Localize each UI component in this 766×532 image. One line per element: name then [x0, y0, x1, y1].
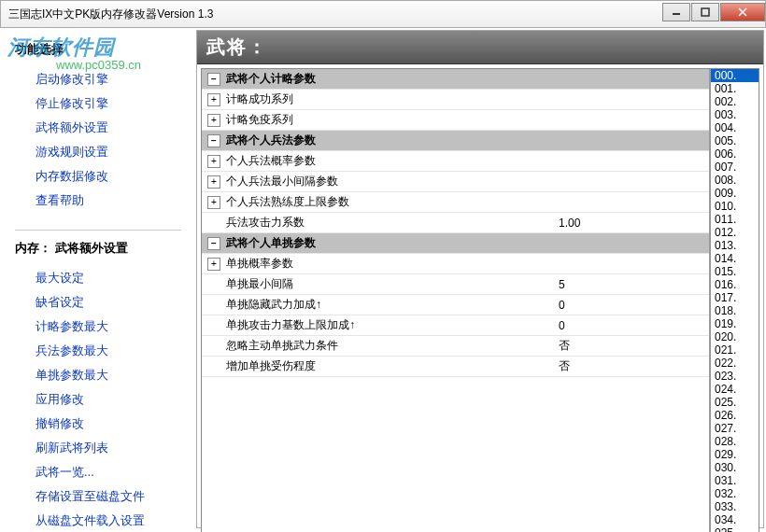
list-item[interactable]: 031. — [711, 474, 759, 487]
list-item[interactable]: 008. — [711, 174, 759, 187]
list-item[interactable]: 016. — [711, 278, 759, 291]
tree-row[interactable]: +单挑概率参数 — [202, 254, 709, 274]
sidebar-link2-10[interactable]: 从磁盘文件载入设置 — [15, 509, 181, 532]
list-item[interactable]: 021. — [711, 343, 759, 357]
tree-row[interactable]: +个人兵法最小间隔参数 — [202, 172, 709, 192]
expand-icon[interactable]: + — [207, 196, 220, 209]
close-button[interactable] — [720, 3, 765, 21]
sidebar-link2-9[interactable]: 存储设置至磁盘文件 — [15, 484, 181, 509]
window-controls — [661, 4, 765, 24]
list-item[interactable]: 019. — [711, 317, 759, 330]
list-item[interactable]: 027. — [711, 422, 759, 435]
list-item[interactable]: 007. — [711, 161, 759, 174]
tree-row[interactable]: +个人兵法概率参数 — [202, 151, 709, 172]
tree-row[interactable]: −武将个人单挑参数 — [202, 233, 709, 254]
tree-value[interactable]: 否 — [553, 358, 709, 374]
expand-icon[interactable]: + — [207, 93, 220, 106]
sidebar-link-1[interactable]: 停止修改引擎 — [15, 91, 181, 116]
tree-row[interactable]: 增加单挑受伤程度否 — [202, 357, 709, 377]
tree-value[interactable]: 1.00 — [553, 217, 709, 230]
list-item[interactable]: 024. — [711, 383, 759, 396]
list-item[interactable]: 033. — [711, 500, 759, 513]
expand-icon[interactable]: + — [207, 175, 220, 189]
tree-label: 单挑最小间隔 — [226, 274, 553, 294]
list-item[interactable]: 010. — [711, 200, 759, 213]
list-item[interactable]: 004. — [711, 121, 759, 134]
tree-row[interactable]: 忽略主动单挑武力条件否 — [202, 336, 709, 357]
sidebar-link2-7[interactable]: 刷新武将列表 — [15, 436, 181, 460]
sidebar-link2-0[interactable]: 最大设定 — [15, 266, 181, 290]
list-item[interactable]: 014. — [711, 252, 759, 265]
list-item[interactable]: 029. — [711, 448, 759, 461]
list-item[interactable]: 011. — [711, 213, 759, 226]
list-item[interactable]: 012. — [711, 226, 759, 239]
tree-row[interactable]: +计略免疫系列 — [202, 110, 709, 131]
tree-label: 武将个人单挑参数 — [226, 233, 553, 253]
list-item[interactable]: 030. — [711, 461, 759, 474]
list-item[interactable]: 006. — [711, 147, 759, 161]
tree-row[interactable]: +个人兵法熟练度上限参数 — [202, 192, 709, 213]
tree-row[interactable]: 单挑攻击力基数上限加成↑0 — [202, 315, 709, 336]
sidebar-link2-8[interactable]: 武将一览... — [15, 460, 181, 484]
list-item[interactable]: 026. — [711, 409, 759, 422]
property-tree[interactable]: −武将个人计略参数+计略成功系列+计略免疫系列−武将个人兵法参数+个人兵法概率参… — [202, 69, 710, 532]
number-list[interactable]: 000.001.002.003.004.005.006.007.008.009.… — [710, 69, 759, 532]
list-item[interactable]: 020. — [711, 330, 759, 343]
tree-value[interactable]: 0 — [553, 299, 709, 312]
tree-value[interactable]: 5 — [553, 278, 709, 291]
sidebar-link-5[interactable]: 查看帮助 — [15, 189, 181, 213]
list-item[interactable]: 009. — [711, 187, 759, 200]
collapse-icon[interactable]: − — [207, 134, 220, 147]
list-item[interactable]: 003. — [711, 108, 759, 121]
sidebar-link2-4[interactable]: 单挑参数最大 — [15, 363, 181, 387]
tree-row[interactable]: −武将个人计略参数 — [202, 69, 709, 90]
list-item[interactable]: 028. — [711, 435, 759, 448]
sidebar-link2-1[interactable]: 缺省设定 — [15, 290, 181, 315]
list-item[interactable]: 002. — [711, 95, 759, 108]
expand-icon[interactable]: + — [207, 258, 220, 271]
tree-value[interactable]: 否 — [553, 338, 709, 354]
list-item[interactable]: 013. — [711, 239, 759, 252]
sidebar-link-4[interactable]: 内存数据修改 — [15, 164, 181, 189]
title-bar: 三国志IX中文PK版内存修改器Version 1.3 — [0, 0, 766, 28]
list-item[interactable]: 035. — [711, 526, 759, 532]
list-item[interactable]: 017. — [711, 291, 759, 304]
sidebar-link2-6[interactable]: 撤销修改 — [15, 412, 181, 436]
tree-row[interactable]: +计略成功系列 — [202, 90, 709, 110]
collapse-icon[interactable]: − — [207, 237, 220, 250]
tree-value[interactable]: 0 — [553, 319, 709, 332]
list-item[interactable]: 034. — [711, 513, 759, 526]
sidebar-link2-3[interactable]: 兵法参数最大 — [15, 339, 181, 363]
sidebar-link-0[interactable]: 启动修改引擎 — [15, 67, 181, 91]
tree-label: 个人兵法概率参数 — [226, 151, 553, 171]
tree-row[interactable]: 兵法攻击力系数1.00 — [202, 213, 709, 233]
sidebar-link-3[interactable]: 游戏规则设置 — [15, 140, 181, 164]
tree-label: 个人兵法最小间隔参数 — [226, 172, 553, 191]
list-item[interactable]: 025. — [711, 396, 759, 409]
tree-label: 单挑攻击力基数上限加成↑ — [226, 315, 553, 335]
list-item[interactable]: 015. — [711, 265, 759, 278]
maximize-button[interactable] — [691, 3, 719, 21]
tree-label: 武将个人计略参数 — [226, 69, 553, 89]
list-item[interactable]: 023. — [711, 370, 759, 383]
tree-label: 单挑概率参数 — [226, 254, 553, 273]
tree-row[interactable]: 单挑最小间隔5 — [202, 274, 709, 295]
list-item[interactable]: 022. — [711, 357, 759, 370]
tree-row[interactable]: 单挑隐藏武力加成↑0 — [202, 295, 709, 315]
expand-icon[interactable]: + — [207, 155, 220, 168]
minimize-button[interactable] — [662, 3, 690, 21]
list-item[interactable]: 005. — [711, 134, 759, 147]
sidebar: 功能选择 启动修改引擎停止修改引擎武将额外设置游戏规则设置内存数据修改查看帮助 … — [0, 28, 196, 532]
list-item[interactable]: 018. — [711, 304, 759, 317]
collapse-icon[interactable]: − — [207, 73, 220, 86]
list-item[interactable]: 000. — [711, 69, 759, 82]
list-item[interactable]: 001. — [711, 82, 759, 95]
tree-label: 增加单挑受伤程度 — [226, 357, 553, 376]
tree-row[interactable]: −武将个人兵法参数 — [202, 131, 709, 151]
tree-label: 兵法攻击力系数 — [226, 213, 553, 232]
expand-icon[interactable]: + — [207, 114, 220, 127]
sidebar-link2-5[interactable]: 应用修改 — [15, 387, 181, 412]
sidebar-link-2[interactable]: 武将额外设置 — [15, 116, 181, 140]
sidebar-link2-2[interactable]: 计略参数最大 — [15, 315, 181, 339]
list-item[interactable]: 032. — [711, 487, 759, 500]
